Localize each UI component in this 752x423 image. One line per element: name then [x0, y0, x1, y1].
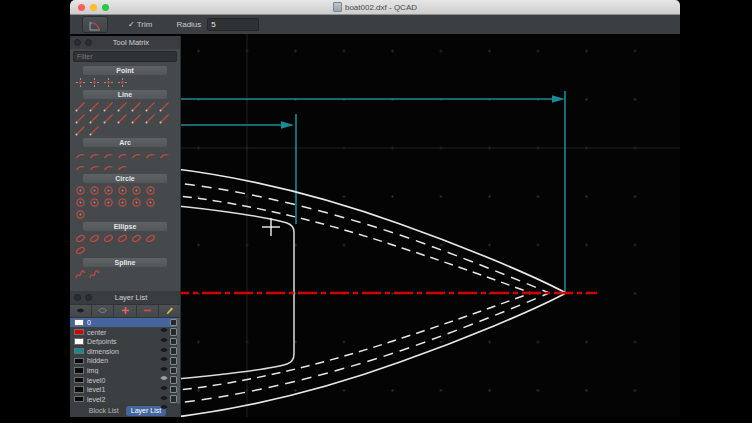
spline-tool-icon[interactable]	[73, 268, 87, 280]
circle-tool-icon[interactable]	[87, 196, 101, 208]
spline-tool-icon[interactable]	[87, 268, 101, 280]
line-tool-icon[interactable]	[115, 100, 129, 112]
section-header-ellipse[interactable]: Ellipse	[83, 222, 167, 231]
circle-tool-icon[interactable]	[143, 196, 157, 208]
layer-color-swatch[interactable]	[74, 386, 84, 393]
trim-checkbox[interactable]: ✓ Trim	[128, 20, 152, 29]
point-tool-icon[interactable]	[115, 76, 129, 88]
layer-color-swatch[interactable]	[74, 367, 84, 374]
layer-lock-icon[interactable]	[170, 328, 178, 336]
arc-tool-icon[interactable]	[87, 160, 101, 172]
section-header-line[interactable]: Line	[83, 90, 167, 99]
circle-tool-icon[interactable]	[129, 196, 143, 208]
layer-lock-icon[interactable]	[170, 376, 178, 384]
line-tool-icon[interactable]	[73, 124, 87, 136]
arc-tool-icon[interactable]	[73, 148, 87, 160]
layer-row-level1[interactable]: level1	[70, 385, 180, 395]
line-tool-icon[interactable]	[73, 112, 87, 124]
add-layer-icon[interactable]	[114, 305, 136, 317]
panel-float-icon[interactable]	[85, 39, 92, 46]
layer-visibility-eye-icon[interactable]	[160, 377, 168, 383]
remove-layer-icon[interactable]	[137, 305, 159, 317]
layer-color-swatch[interactable]	[74, 377, 84, 384]
layer-scrollbar[interactable]	[177, 318, 180, 404]
show-all-layers-icon[interactable]	[70, 305, 92, 317]
layer-row-0[interactable]: 0	[70, 318, 180, 328]
line-tool-icon[interactable]	[157, 100, 171, 112]
layer-row-img[interactable]: img	[70, 366, 180, 376]
layer-visibility-eye-icon[interactable]	[160, 348, 168, 354]
layer-lock-icon[interactable]	[170, 338, 178, 346]
circle-tool-icon[interactable]	[73, 196, 87, 208]
layer-color-swatch[interactable]	[74, 319, 84, 326]
arc-tool-icon[interactable]	[129, 148, 143, 160]
tab-block-list[interactable]: Block List	[84, 406, 124, 416]
line-tool-icon[interactable]	[157, 112, 171, 124]
layer-row-level2[interactable]: level2	[70, 394, 180, 404]
layer-row-level0[interactable]: level0	[70, 375, 180, 385]
layer-lock-icon[interactable]	[170, 367, 178, 375]
panel-float-icon[interactable]	[85, 294, 92, 301]
ellipse-tool-icon[interactable]	[87, 232, 101, 244]
ellipse-tool-icon[interactable]	[129, 232, 143, 244]
line-tool-icon[interactable]	[101, 100, 115, 112]
ellipse-tool-icon[interactable]	[73, 232, 87, 244]
layer-color-swatch[interactable]	[74, 348, 84, 355]
section-header-circle[interactable]: Circle	[83, 174, 167, 183]
layer-visibility-eye-icon[interactable]	[160, 329, 168, 335]
ellipse-tool-icon[interactable]	[101, 232, 115, 244]
arc-tool-icon[interactable]	[157, 148, 171, 160]
ellipse-tool-icon[interactable]	[143, 232, 157, 244]
circle-tool-icon[interactable]	[73, 184, 87, 196]
line-tool-icon[interactable]	[143, 112, 157, 124]
circle-tool-icon[interactable]	[129, 184, 143, 196]
ellipse-tool-icon[interactable]	[115, 232, 129, 244]
line-tool-icon[interactable]	[87, 100, 101, 112]
layer-lock-icon[interactable]	[170, 347, 178, 355]
circle-tool-icon[interactable]	[115, 196, 129, 208]
layer-color-swatch[interactable]	[74, 396, 84, 403]
line-tool-icon[interactable]	[129, 100, 143, 112]
arc-tool-icon[interactable]	[143, 148, 157, 160]
circle-tool-icon[interactable]	[87, 184, 101, 196]
layer-lock-icon[interactable]	[170, 357, 178, 365]
arc-tool-icon[interactable]	[73, 160, 87, 172]
point-tool-icon[interactable]	[101, 76, 115, 88]
layer-row-center[interactable]: center	[70, 327, 180, 337]
edit-layer-icon[interactable]	[159, 305, 180, 317]
layer-visibility-eye-icon[interactable]	[160, 339, 168, 345]
panel-close-icon[interactable]	[74, 294, 81, 301]
line-tool-icon[interactable]	[129, 112, 143, 124]
layer-row-dimension[interactable]: dimension	[70, 346, 180, 356]
arc-tool-icon[interactable]	[87, 148, 101, 160]
layer-lock-icon[interactable]	[170, 395, 178, 403]
line-tool-icon[interactable]	[87, 124, 101, 136]
panel-close-icon[interactable]	[74, 39, 81, 46]
line-tool-icon[interactable]	[143, 100, 157, 112]
circle-tool-icon[interactable]	[73, 208, 87, 220]
layer-visibility-eye-icon[interactable]	[160, 367, 168, 373]
layer-list-titlebar[interactable]: Layer List	[70, 291, 180, 304]
arc-tool-icon[interactable]	[101, 148, 115, 160]
circle-tool-icon[interactable]	[143, 184, 157, 196]
window-titlebar[interactable]: boat002.dxf - QCAD	[70, 0, 680, 15]
layer-color-swatch[interactable]	[74, 358, 84, 365]
section-header-spline[interactable]: Spline	[83, 258, 167, 267]
arc-tool-icon[interactable]	[115, 148, 129, 160]
layer-visibility-eye-icon[interactable]	[160, 396, 168, 402]
section-header-arc[interactable]: Arc	[83, 138, 167, 147]
line-tool-icon[interactable]	[87, 112, 101, 124]
circle-tool-icon[interactable]	[101, 196, 115, 208]
line-tool-icon[interactable]	[115, 112, 129, 124]
layer-row-Defpoints[interactable]: Defpoints	[70, 337, 180, 347]
layer-visibility-eye-icon[interactable]	[160, 319, 168, 325]
layer-color-swatch[interactable]	[74, 338, 84, 345]
layer-color-swatch[interactable]	[74, 329, 84, 336]
circle-tool-icon[interactable]	[115, 184, 129, 196]
tool-filter-input[interactable]	[73, 51, 177, 62]
layer-lock-icon[interactable]	[170, 386, 178, 394]
section-header-point[interactable]: Point	[83, 66, 167, 75]
radius-input[interactable]	[207, 18, 259, 31]
fillet-icon[interactable]	[82, 16, 108, 33]
circle-tool-icon[interactable]	[101, 184, 115, 196]
